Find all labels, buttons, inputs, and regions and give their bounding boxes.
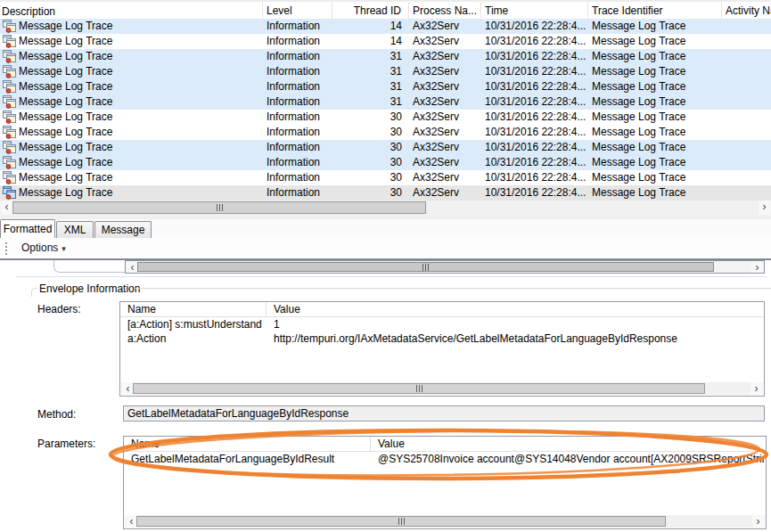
- description-cell: Message Log Trace: [0, 185, 263, 201]
- parameters-label: Parameters:: [37, 438, 95, 450]
- column-header-description[interactable]: Description: [0, 2, 263, 19]
- method-value-field[interactable]: GetLabelMetadataForLanguageByIdResponse: [123, 405, 765, 422]
- level-cell: Information: [263, 64, 332, 79]
- scrollbar-grip-icon: [422, 264, 429, 271]
- table-row[interactable]: Message Log TraceInformation31Ax32Serv10…: [0, 49, 771, 64]
- table-row[interactable]: Message Log TraceInformation30Ax32Serv10…: [0, 170, 771, 185]
- level-cell: Information: [263, 49, 332, 64]
- table-row[interactable]: Message Log TraceInformation14Ax32Serv10…: [0, 19, 771, 34]
- trace-identifier-cell: Message Log Trace: [588, 64, 722, 79]
- description-cell: Message Log Trace: [0, 110, 263, 125]
- message-log-trace-icon: [2, 141, 16, 154]
- toolbar-grip-icon[interactable]: [5, 242, 7, 255]
- table-header: Name Value: [120, 302, 764, 317]
- tab-formatted[interactable]: Formatted: [0, 219, 55, 238]
- name-column-header[interactable]: Name: [120, 302, 267, 316]
- process-name-cell: Ax32Serv: [409, 110, 481, 125]
- process-name-cell: Ax32Serv: [409, 34, 481, 49]
- table-row[interactable]: Message Log TraceInformation30Ax32Serv10…: [0, 125, 771, 140]
- table-row[interactable]: Message Log TraceInformation30Ax32Serv10…: [0, 155, 771, 170]
- table-row[interactable]: Message Log TraceInformation30Ax32Serv10…: [0, 110, 771, 125]
- trace-identifier-cell: Message Log Trace: [588, 125, 722, 140]
- scroll-left-icon[interactable]: ‹: [1, 201, 12, 215]
- level-cell: Information: [263, 155, 332, 170]
- table-row[interactable]: Message Log TraceInformation30Ax32Serv10…: [0, 140, 771, 155]
- thread-id-cell: 30: [332, 140, 409, 155]
- time-cell: 10/31/2016 22:28:4...: [481, 185, 588, 201]
- table-row[interactable]: Message Log TraceInformation31Ax32Serv10…: [0, 79, 771, 94]
- time-cell: 10/31/2016 22:28:4...: [481, 140, 588, 155]
- message-log-trace-icon: [2, 171, 16, 184]
- time-cell: 10/31/2016 22:28:4...: [481, 64, 588, 79]
- level-cell: Information: [263, 170, 332, 185]
- scroll-right-icon[interactable]: ›: [752, 515, 764, 528]
- message-log-trace-icon: [2, 156, 16, 169]
- column-header-activity-name[interactable]: Activity Na: [722, 2, 771, 19]
- headers-table: Name Value [a:Action] s:mustUnderstand1a…: [119, 301, 765, 397]
- trace-identifier-cell: Message Log Trace: [588, 185, 722, 201]
- table-row[interactable]: Message Log TraceInformation30Ax32Serv10…: [0, 185, 771, 201]
- content-top-scrollbar[interactable]: ‹ ›: [125, 260, 765, 274]
- thread-id-cell: 30: [332, 125, 409, 140]
- caret-down-icon: ▾: [62, 244, 66, 253]
- process-name-cell: Ax32Serv: [409, 64, 481, 79]
- column-header-thread-id[interactable]: Thread ID: [332, 2, 409, 19]
- level-cell: Information: [263, 125, 332, 140]
- description-cell: Message Log Trace: [0, 94, 263, 110]
- level-cell: Information: [263, 34, 332, 49]
- formatted-view: ‹ › Envelope Information Headers: Name V…: [0, 259, 771, 532]
- table-row[interactable]: Message Log TraceInformation14Ax32Serv10…: [0, 34, 771, 49]
- thread-id-cell: 30: [332, 185, 409, 201]
- table-row[interactable]: Message Log TraceInformation31Ax32Serv10…: [0, 64, 771, 79]
- options-label: Options: [21, 241, 58, 254]
- table-body: [a:Action] s:mustUnderstand1a:Actionhttp…: [120, 317, 764, 346]
- scrolled-groupbox-bottom: [16, 276, 767, 277]
- options-button[interactable]: Options▾: [18, 241, 70, 254]
- name-cell: GetLabelMetadataForLanguageByIdResult: [124, 452, 371, 466]
- scrollbar-thumb[interactable]: [136, 516, 666, 527]
- name-column-header[interactable]: Name: [124, 437, 371, 451]
- table-row[interactable]: Message Log TraceInformation31Ax32Serv10…: [0, 94, 771, 110]
- description-cell: Message Log Trace: [0, 170, 263, 185]
- table-row[interactable]: GetLabelMetadataForLanguageByIdResult@SY…: [124, 452, 766, 466]
- trace-grid: Message Log TraceInformation14Ax32Serv10…: [0, 19, 771, 201]
- table-row[interactable]: a:Actionhttp://tempuri.org/IAxMetadataSe…: [120, 331, 764, 346]
- value-column-header[interactable]: Value: [371, 437, 766, 451]
- tab-message[interactable]: Message: [94, 221, 152, 238]
- message-log-trace-icon: [2, 50, 16, 63]
- name-cell: [a:Action] s:mustUnderstand: [120, 317, 267, 331]
- level-cell: Information: [263, 110, 332, 125]
- column-header-process-name[interactable]: Process Na...: [409, 2, 481, 19]
- scrollbar-thumb[interactable]: [133, 383, 705, 394]
- trace-identifier-cell: Message Log Trace: [588, 79, 722, 94]
- scroll-right-icon[interactable]: ›: [759, 201, 770, 215]
- activity-name-cell: [722, 64, 771, 79]
- scrollbar-thumb[interactable]: [12, 201, 426, 214]
- tab-xml[interactable]: XML: [56, 221, 94, 238]
- process-name-cell: Ax32Serv: [409, 185, 481, 201]
- message-log-trace-icon: [2, 65, 16, 78]
- trace-identifier-cell: Message Log Trace: [588, 94, 722, 110]
- column-header-trace-identifier[interactable]: Trace Identifier: [588, 2, 722, 19]
- activity-name-cell: [722, 110, 771, 125]
- scroll-right-icon[interactable]: ›: [750, 382, 762, 395]
- trace-identifier-cell: Message Log Trace: [588, 140, 722, 155]
- parameters-table-scrollbar[interactable]: ‹ ›: [125, 515, 765, 528]
- headers-table-scrollbar[interactable]: ‹ ›: [121, 382, 763, 395]
- column-header-time[interactable]: Time: [481, 2, 588, 19]
- description-cell: Message Log Trace: [0, 155, 263, 170]
- scrollbar-thumb[interactable]: [137, 262, 714, 272]
- scroll-right-icon[interactable]: ›: [751, 261, 763, 273]
- table-row[interactable]: [a:Action] s:mustUnderstand1: [120, 317, 764, 331]
- column-header-level[interactable]: Level: [263, 2, 332, 19]
- table-body: GetLabelMetadataForLanguageByIdResult@SY…: [124, 452, 766, 466]
- message-log-trace-icon: [2, 20, 16, 33]
- thread-id-cell: 14: [332, 34, 409, 49]
- scrollbar-grip-icon: [398, 518, 405, 525]
- activity-name-cell: [722, 125, 771, 140]
- parameters-table: Name Value GetLabelMetadataForLanguageBy…: [123, 436, 767, 529]
- table-header: Name Value: [124, 437, 766, 452]
- level-cell: Information: [263, 185, 332, 201]
- value-column-header[interactable]: Value: [267, 302, 764, 316]
- grid-horizontal-scrollbar[interactable]: ‹ ›: [0, 201, 771, 215]
